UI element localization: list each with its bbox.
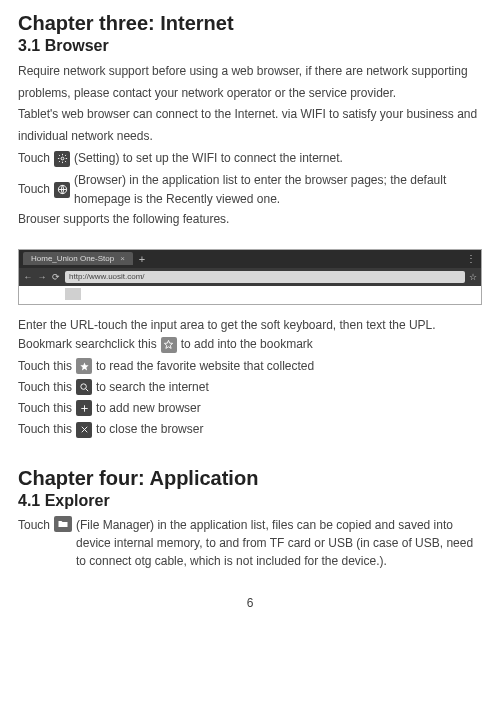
new-tab-icon[interactable]: +	[139, 253, 145, 265]
text: Touch this	[18, 420, 72, 439]
text: Touch	[18, 516, 50, 535]
manual-page: Chapter three: Internet 3.1 Browser Requ…	[0, 0, 500, 630]
text: to search the internet	[96, 378, 209, 397]
text: (Setting) to set up the WIFI to connect …	[74, 149, 343, 168]
svg-point-0	[61, 158, 64, 161]
text: Touch this	[18, 378, 72, 397]
back-icon[interactable]: ←	[23, 272, 33, 282]
para-wifi-connect: Tablet's web browser can connect to the …	[18, 104, 482, 147]
section-3-1-heading: 3.1 Browser	[18, 37, 482, 55]
browser-toolbar: ← → ⟳ http://www.uosit.com/ ☆	[19, 268, 481, 286]
para-touch-browser: Touch (Browser) in the application list …	[18, 171, 482, 209]
plus-icon	[76, 400, 92, 416]
feature-enter-url: Enter the URL-touch the input area to ge…	[18, 317, 482, 334]
text: to read the favorite website that collec…	[96, 357, 314, 376]
svg-point-2	[80, 384, 86, 390]
search-icon	[76, 379, 92, 395]
feature-close-browser: Touch this to close the browser	[18, 420, 482, 439]
text: (File Manager) in the application list, …	[76, 516, 482, 570]
para-features-intro: Brouser supports the following features.	[18, 209, 482, 231]
chapter-3-heading: Chapter three: Internet	[18, 12, 482, 35]
section-4-1-heading: 4.1 Explorer	[18, 492, 482, 510]
browser-viewport	[19, 286, 481, 304]
settings-icon	[54, 151, 70, 167]
text: Bookmark searchclick this	[18, 335, 157, 354]
text: to add into the bookmark	[181, 335, 313, 354]
forward-icon[interactable]: →	[37, 272, 47, 282]
tab-close-icon[interactable]: ×	[120, 254, 125, 263]
para-network-req: Require network support before using a w…	[18, 61, 482, 104]
browser-tab[interactable]: Home_Union One-Stop ×	[23, 252, 133, 265]
file-manager-icon	[54, 516, 72, 532]
text: (Browser) in the application list to ent…	[74, 171, 482, 209]
close-icon	[76, 422, 92, 438]
tab-label: Home_Union One-Stop	[31, 254, 114, 263]
feature-search: Touch this to search the internet	[18, 378, 482, 397]
text: to add new browser	[96, 399, 201, 418]
url-text: http://www.uosit.com/	[69, 272, 145, 281]
star-outline-icon	[161, 337, 177, 353]
reload-icon[interactable]: ⟳	[51, 272, 61, 282]
feature-add-browser: Touch this to add new browser	[18, 399, 482, 418]
text: Touch this	[18, 357, 72, 376]
text: Touch	[18, 180, 50, 199]
para-explorer: Touch (File Manager) in the application …	[18, 516, 482, 570]
feature-bookmark-add: Bookmark searchclick this to add into th…	[18, 335, 482, 354]
text: to close the browser	[96, 420, 203, 439]
bookmark-star-icon[interactable]: ☆	[469, 272, 477, 282]
chapter-4-heading: Chapter four: Application	[18, 467, 482, 490]
feature-read-favorite: Touch this to read the favorite website …	[18, 357, 482, 376]
browser-tabbar: Home_Union One-Stop × + ⋮	[19, 250, 481, 268]
url-input[interactable]: http://www.uosit.com/	[65, 271, 465, 283]
text: Touch	[18, 149, 50, 168]
browser-icon	[54, 182, 70, 198]
page-number: 6	[18, 596, 482, 610]
star-filled-icon	[76, 358, 92, 374]
browser-screenshot: Home_Union One-Stop × + ⋮ ← → ⟳ http://w…	[18, 249, 482, 305]
text: Touch this	[18, 399, 72, 418]
para-touch-settings: Touch (Setting) to set up the WIFI to co…	[18, 149, 482, 168]
overflow-menu-icon[interactable]: ⋮	[466, 253, 477, 264]
